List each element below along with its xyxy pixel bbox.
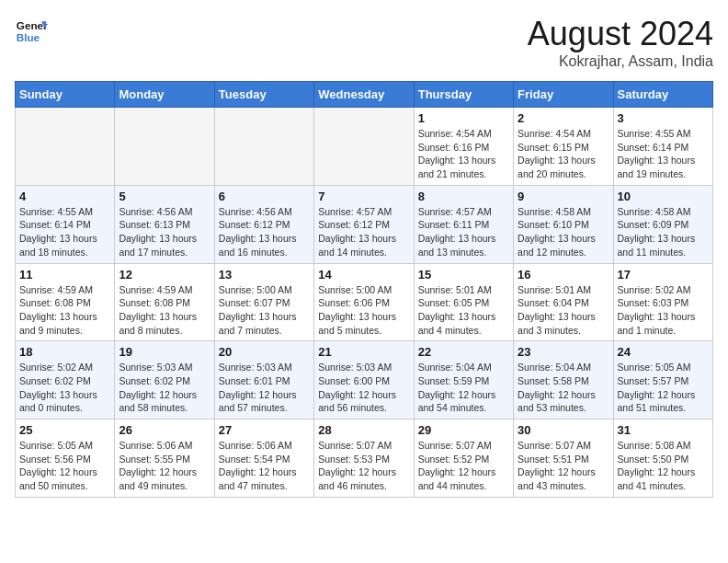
day-info: Sunrise: 5:07 AMSunset: 5:51 PMDaylight:…: [518, 439, 609, 493]
calendar-cell: 11Sunrise: 4:59 AMSunset: 6:08 PMDayligh…: [16, 263, 115, 341]
day-number: 6: [219, 190, 310, 203]
calendar-cell: 13Sunrise: 5:00 AMSunset: 6:07 PMDayligh…: [214, 263, 313, 341]
day-info: Sunrise: 5:03 AMSunset: 6:00 PMDaylight:…: [318, 361, 409, 415]
day-info: Sunrise: 5:02 AMSunset: 6:02 PMDaylight:…: [19, 361, 110, 415]
day-number: 15: [418, 268, 509, 282]
day-number: 14: [318, 268, 409, 282]
calendar-cell: 30Sunrise: 5:07 AMSunset: 5:51 PMDayligh…: [514, 419, 613, 498]
day-number: 13: [219, 268, 310, 282]
day-number: 2: [518, 111, 609, 125]
calendar-cell: 10Sunrise: 4:58 AMSunset: 6:09 PMDayligh…: [613, 185, 712, 263]
day-number: 30: [518, 423, 609, 437]
calendar-cell: 29Sunrise: 5:07 AMSunset: 5:52 PMDayligh…: [414, 419, 513, 498]
day-info: Sunrise: 4:59 AMSunset: 6:08 PMDaylight:…: [119, 283, 210, 338]
calendar-cell: 1Sunrise: 4:54 AMSunset: 6:16 PMDaylight…: [414, 108, 513, 186]
day-number: 24: [618, 345, 709, 359]
calendar-cell: 26Sunrise: 5:06 AMSunset: 5:55 PMDayligh…: [115, 419, 214, 498]
calendar-cell: [214, 108, 313, 186]
calendar-cell: 24Sunrise: 5:05 AMSunset: 5:57 PMDayligh…: [613, 341, 712, 419]
day-number: 31: [618, 423, 709, 437]
weekday-header-tuesday: Tuesday: [214, 82, 313, 108]
calendar-cell: 8Sunrise: 4:57 AMSunset: 6:11 PMDaylight…: [414, 185, 513, 263]
day-info: Sunrise: 5:03 AMSunset: 6:02 PMDaylight:…: [119, 361, 210, 415]
calendar-cell: 5Sunrise: 4:56 AMSunset: 6:13 PMDaylight…: [115, 185, 214, 263]
day-number: 27: [219, 423, 310, 437]
day-number: 18: [19, 345, 110, 359]
day-info: Sunrise: 5:04 AMSunset: 5:59 PMDaylight:…: [418, 361, 509, 415]
logo-icon: General Blue: [15, 15, 48, 48]
calendar-cell: 28Sunrise: 5:07 AMSunset: 5:53 PMDayligh…: [314, 419, 414, 498]
svg-text:Blue: Blue: [17, 31, 40, 43]
calendar-cell: [314, 108, 414, 186]
day-info: Sunrise: 5:08 AMSunset: 5:50 PMDaylight:…: [618, 439, 709, 493]
day-number: 4: [19, 190, 110, 203]
day-number: 9: [518, 190, 609, 203]
calendar-cell: 22Sunrise: 5:04 AMSunset: 5:59 PMDayligh…: [414, 341, 513, 419]
day-info: Sunrise: 5:04 AMSunset: 5:58 PMDaylight:…: [518, 361, 609, 415]
day-info: Sunrise: 4:54 AMSunset: 6:15 PMDaylight:…: [518, 127, 609, 181]
calendar-cell: 7Sunrise: 4:57 AMSunset: 6:12 PMDaylight…: [314, 185, 414, 263]
day-info: Sunrise: 5:00 AMSunset: 6:06 PMDaylight:…: [318, 283, 409, 338]
day-number: 21: [318, 345, 409, 359]
day-number: 20: [219, 345, 310, 359]
day-info: Sunrise: 4:55 AMSunset: 6:14 PMDaylight:…: [19, 205, 110, 259]
day-info: Sunrise: 5:03 AMSunset: 6:01 PMDaylight:…: [219, 361, 310, 415]
day-info: Sunrise: 4:57 AMSunset: 6:12 PMDaylight:…: [318, 205, 409, 259]
calendar-cell: 23Sunrise: 5:04 AMSunset: 5:58 PMDayligh…: [514, 341, 613, 419]
day-info: Sunrise: 5:01 AMSunset: 6:05 PMDaylight:…: [418, 283, 509, 338]
day-number: 7: [318, 190, 409, 203]
calendar-cell: 4Sunrise: 4:55 AMSunset: 6:14 PMDaylight…: [16, 185, 115, 263]
calendar-cell: 2Sunrise: 4:54 AMSunset: 6:15 PMDaylight…: [514, 108, 613, 186]
day-info: Sunrise: 4:55 AMSunset: 6:14 PMDaylight:…: [618, 127, 709, 181]
day-info: Sunrise: 4:56 AMSunset: 6:12 PMDaylight:…: [219, 205, 310, 259]
day-info: Sunrise: 4:54 AMSunset: 6:16 PMDaylight:…: [418, 127, 509, 181]
day-info: Sunrise: 5:06 AMSunset: 5:55 PMDaylight:…: [119, 439, 210, 493]
calendar-cell: 12Sunrise: 4:59 AMSunset: 6:08 PMDayligh…: [115, 263, 214, 341]
weekday-header-thursday: Thursday: [414, 82, 513, 108]
calendar-cell: 9Sunrise: 4:58 AMSunset: 6:10 PMDaylight…: [514, 185, 613, 263]
logo: General Blue: [15, 15, 48, 48]
day-number: 17: [618, 268, 709, 282]
day-info: Sunrise: 4:57 AMSunset: 6:11 PMDaylight:…: [418, 205, 509, 259]
calendar-cell: 6Sunrise: 4:56 AMSunset: 6:12 PMDaylight…: [214, 185, 313, 263]
location-subtitle: Kokrajhar, Assam, India: [528, 53, 713, 70]
calendar-cell: 31Sunrise: 5:08 AMSunset: 5:50 PMDayligh…: [613, 419, 712, 498]
day-number: 11: [19, 268, 110, 282]
calendar-cell: 3Sunrise: 4:55 AMSunset: 6:14 PMDaylight…: [613, 108, 712, 186]
calendar-week-2: 4Sunrise: 4:55 AMSunset: 6:14 PMDaylight…: [16, 185, 713, 263]
calendar-cell: 15Sunrise: 5:01 AMSunset: 6:05 PMDayligh…: [414, 263, 513, 341]
calendar-table: SundayMondayTuesdayWednesdayThursdayFrid…: [15, 81, 713, 498]
day-number: 5: [119, 190, 210, 203]
day-number: 25: [19, 423, 110, 437]
calendar-cell: 18Sunrise: 5:02 AMSunset: 6:02 PMDayligh…: [16, 341, 115, 419]
day-info: Sunrise: 5:02 AMSunset: 6:03 PMDaylight:…: [618, 283, 709, 338]
weekday-header-saturday: Saturday: [613, 82, 712, 108]
day-number: 23: [518, 345, 609, 359]
calendar-cell: 16Sunrise: 5:01 AMSunset: 6:04 PMDayligh…: [514, 263, 613, 341]
day-number: 3: [618, 111, 709, 125]
title-block: August 2024 Kokrajhar, Assam, India: [528, 15, 713, 70]
day-number: 28: [318, 423, 409, 437]
calendar-cell: 17Sunrise: 5:02 AMSunset: 6:03 PMDayligh…: [613, 263, 712, 341]
calendar-cell: 25Sunrise: 5:05 AMSunset: 5:56 PMDayligh…: [16, 419, 115, 498]
day-number: 16: [518, 268, 609, 282]
weekday-header-wednesday: Wednesday: [314, 82, 414, 108]
day-number: 22: [418, 345, 509, 359]
day-info: Sunrise: 4:58 AMSunset: 6:09 PMDaylight:…: [618, 205, 709, 259]
day-number: 19: [119, 345, 210, 359]
day-info: Sunrise: 4:59 AMSunset: 6:08 PMDaylight:…: [19, 283, 110, 338]
calendar-cell: 21Sunrise: 5:03 AMSunset: 6:00 PMDayligh…: [314, 341, 414, 419]
month-year-title: August 2024: [528, 15, 713, 53]
calendar-week-5: 25Sunrise: 5:05 AMSunset: 5:56 PMDayligh…: [16, 419, 713, 498]
calendar-cell: 14Sunrise: 5:00 AMSunset: 6:06 PMDayligh…: [314, 263, 414, 341]
page-header: General Blue August 2024 Kokrajhar, Assa…: [15, 15, 713, 70]
svg-text:General: General: [17, 19, 48, 31]
day-number: 26: [119, 423, 210, 437]
weekday-header-sunday: Sunday: [16, 82, 115, 108]
day-info: Sunrise: 4:56 AMSunset: 6:13 PMDaylight:…: [119, 205, 210, 259]
calendar-cell: 19Sunrise: 5:03 AMSunset: 6:02 PMDayligh…: [115, 341, 214, 419]
calendar-week-4: 18Sunrise: 5:02 AMSunset: 6:02 PMDayligh…: [16, 341, 713, 419]
weekday-header-friday: Friday: [514, 82, 613, 108]
day-info: Sunrise: 5:05 AMSunset: 5:56 PMDaylight:…: [19, 439, 110, 493]
calendar-week-1: 1Sunrise: 4:54 AMSunset: 6:16 PMDaylight…: [16, 108, 713, 186]
